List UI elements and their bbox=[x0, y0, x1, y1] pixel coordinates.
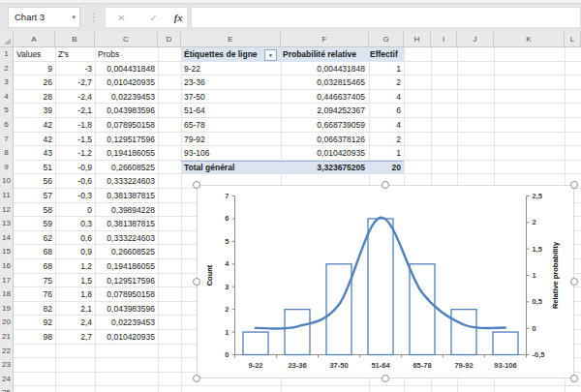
row-header-5[interactable]: 5 bbox=[0, 104, 13, 118]
selection-handle[interactable] bbox=[193, 181, 200, 189]
enter-icon[interactable]: ✓ bbox=[142, 13, 166, 23]
cell-C8[interactable]: 0,194186055 bbox=[95, 146, 155, 161]
pivot-prob[interactable]: 0,446637405 bbox=[283, 90, 365, 105]
cell-C12[interactable]: 0,39894228 bbox=[95, 203, 155, 218]
cell-C18[interactable]: 0,078950158 bbox=[95, 287, 155, 302]
cell-B13[interactable]: 0,3 bbox=[55, 217, 92, 231]
pivot-prob[interactable]: 0,004431848 bbox=[283, 62, 365, 76]
cell-A2[interactable]: 9 bbox=[14, 62, 52, 76]
cell-B16[interactable]: 1,2 bbox=[55, 259, 92, 274]
pivot-header-prob[interactable]: Probabilité relative bbox=[283, 47, 368, 62]
cell-A20[interactable]: 92 bbox=[14, 316, 52, 330]
row-header-8[interactable]: 8 bbox=[0, 146, 13, 161]
selection-handle[interactable] bbox=[382, 181, 389, 189]
pivot-count[interactable]: 6 bbox=[371, 104, 401, 118]
pivot-label-79-92[interactable]: 79-92 bbox=[184, 133, 261, 147]
formula-bar-grip-icon[interactable]: ⋮ bbox=[89, 7, 99, 28]
pivot-count[interactable]: 2 bbox=[371, 75, 401, 90]
cell-C1[interactable]: Probs bbox=[98, 47, 156, 62]
cell-A9[interactable]: 51 bbox=[14, 161, 52, 175]
column-header-A[interactable]: A bbox=[14, 32, 55, 46]
pivot-count[interactable]: 4 bbox=[371, 90, 401, 105]
column-header-H[interactable]: H bbox=[404, 32, 431, 46]
pivot-prob[interactable]: 0,066378126 bbox=[283, 133, 365, 147]
column-header-G[interactable]: G bbox=[369, 32, 404, 46]
row-header-19[interactable]: 19 bbox=[0, 302, 13, 317]
cell-A18[interactable]: 76 bbox=[14, 287, 52, 302]
pivot-header-count[interactable]: Effectif bbox=[370, 47, 403, 62]
bar[interactable] bbox=[493, 332, 518, 354]
bar[interactable] bbox=[243, 332, 268, 354]
cell-C11[interactable]: 0,381387815 bbox=[95, 189, 155, 203]
pivot-count[interactable]: 1 bbox=[371, 146, 401, 161]
column-header-I[interactable]: I bbox=[431, 32, 457, 46]
cell-C19[interactable]: 0,043983596 bbox=[95, 302, 155, 317]
insert-function-icon[interactable]: fx bbox=[174, 13, 183, 23]
pivot-prob[interactable]: 0,032815465 bbox=[283, 75, 365, 90]
cell-B5[interactable]: -2,1 bbox=[55, 104, 92, 118]
row-header-17[interactable]: 17 bbox=[0, 274, 13, 288]
column-header-K[interactable]: K bbox=[494, 32, 565, 46]
row-header-10[interactable]: 10 bbox=[0, 174, 13, 189]
row-header-23[interactable]: 23 bbox=[0, 358, 13, 373]
pivot-label-65-78[interactable]: 65-78 bbox=[184, 118, 261, 133]
cell-B19[interactable]: 2,1 bbox=[55, 302, 92, 317]
pivot-header-row-labels[interactable]: Étiquettes de ligne bbox=[184, 47, 263, 62]
cell-B3[interactable]: -2,7 bbox=[55, 75, 92, 90]
cell-A21[interactable]: 98 bbox=[14, 330, 52, 345]
row-header-11[interactable]: 11 bbox=[0, 189, 13, 203]
bar[interactable] bbox=[326, 264, 352, 355]
pivot-total-prob[interactable]: 3,323675205 bbox=[283, 161, 365, 175]
pivot-prob[interactable]: 0,668739059 bbox=[283, 118, 365, 133]
name-box-caret-icon[interactable]: ▾ bbox=[72, 8, 76, 27]
row-header-14[interactable]: 14 bbox=[0, 231, 13, 246]
selection-handle[interactable] bbox=[193, 278, 200, 286]
cell-B12[interactable]: 0 bbox=[55, 203, 92, 218]
pivot-label-51-64[interactable]: 51-64 bbox=[184, 104, 261, 118]
pivot-prob[interactable]: 2,094252367 bbox=[283, 104, 365, 118]
cell-C14[interactable]: 0,333224603 bbox=[95, 231, 155, 246]
row-header-6[interactable]: 6 bbox=[0, 118, 13, 133]
cell-A5[interactable]: 39 bbox=[14, 104, 52, 118]
cell-C15[interactable]: 0,26608525 bbox=[95, 245, 155, 259]
cell-A16[interactable]: 68 bbox=[14, 259, 52, 274]
cell-C16[interactable]: 0,194186055 bbox=[95, 259, 155, 274]
pivot-count[interactable]: 4 bbox=[371, 118, 401, 133]
row-header-7[interactable]: 7 bbox=[0, 133, 13, 147]
cell-B21[interactable]: 2,7 bbox=[55, 330, 92, 345]
column-header-J[interactable]: J bbox=[457, 32, 494, 46]
name-box[interactable]: Chart 3 ▾ bbox=[8, 7, 80, 28]
cell-C3[interactable]: 0,010420935 bbox=[95, 75, 155, 90]
cell-A3[interactable]: 26 bbox=[14, 75, 52, 90]
row-header-21[interactable]: 21 bbox=[0, 330, 13, 345]
pivot-filter-dropdown[interactable]: ▼ bbox=[264, 49, 277, 61]
cell-C21[interactable]: 0,010420935 bbox=[95, 330, 155, 345]
row-header-18[interactable]: 18 bbox=[0, 287, 13, 302]
column-header-B[interactable]: B bbox=[55, 32, 95, 46]
pivot-total-count[interactable]: 20 bbox=[371, 161, 401, 175]
cell-C2[interactable]: 0,004431848 bbox=[95, 62, 155, 76]
cell-C7[interactable]: 0,129517596 bbox=[95, 133, 155, 147]
cell-B11[interactable]: -0,3 bbox=[55, 189, 92, 203]
cell-B10[interactable]: -0,6 bbox=[55, 174, 92, 189]
selection-handle[interactable] bbox=[570, 375, 578, 382]
row-header-24[interactable]: 24 bbox=[0, 373, 13, 387]
cell-C6[interactable]: 0,078950158 bbox=[95, 118, 155, 133]
bar[interactable] bbox=[451, 310, 476, 355]
pivot-label-37-50[interactable]: 37-50 bbox=[184, 90, 261, 105]
cell-C5[interactable]: 0,043983596 bbox=[95, 104, 155, 118]
row-header-4[interactable]: 4 bbox=[0, 90, 13, 105]
cell-A10[interactable]: 56 bbox=[14, 174, 52, 189]
pivot-total-label[interactable]: Total général bbox=[184, 161, 266, 175]
formula-input[interactable] bbox=[191, 7, 581, 28]
row-header-9[interactable]: 9 bbox=[0, 161, 13, 175]
column-header-L[interactable]: L bbox=[565, 32, 581, 46]
pivot-label-23-36[interactable]: 23-36 bbox=[184, 75, 261, 90]
column-header-D[interactable]: D bbox=[158, 32, 181, 46]
cell-A11[interactable]: 57 bbox=[14, 189, 52, 203]
row-header-25[interactable]: 25 bbox=[0, 386, 13, 392]
cell-A1[interactable]: Values bbox=[16, 47, 53, 62]
selection-handle[interactable] bbox=[570, 278, 578, 286]
cell-B6[interactable]: -1,8 bbox=[55, 118, 92, 133]
column-header-C[interactable]: C bbox=[95, 32, 158, 46]
